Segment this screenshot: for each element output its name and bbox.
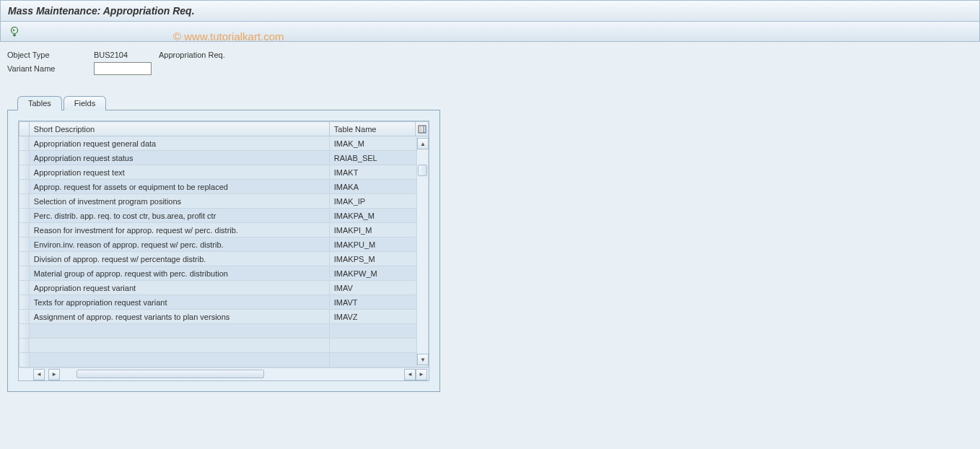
app-toolbar <box>0 22 980 42</box>
object-type-value: BUS2104 <box>94 51 152 59</box>
table-row-empty <box>19 339 429 353</box>
page-title-bar: Mass Maintenance: Appropriation Req. <box>0 0 980 22</box>
table-row[interactable]: Division of approp. request w/ percentag… <box>19 252 429 266</box>
cell-table-name[interactable]: IMAKT <box>329 165 428 180</box>
cell-table-name[interactable]: IMAKPU_M <box>329 237 428 252</box>
row-selector[interactable] <box>19 339 30 353</box>
row-selector[interactable] <box>19 266 30 281</box>
row-selector[interactable] <box>19 194 30 209</box>
row-selector-header[interactable] <box>19 122 30 136</box>
row-selector[interactable] <box>19 252 30 266</box>
table-row[interactable]: Reason for investment for approp. reques… <box>19 223 429 237</box>
tab-strip: Tables Fields <box>17 95 440 110</box>
execute-icon[interactable] <box>8 25 21 38</box>
row-selector[interactable] <box>19 136 30 151</box>
horizontal-scrollbar[interactable]: ◄ ► ◄ ► <box>19 367 429 380</box>
cell-table-name[interactable]: IMAKPI_M <box>329 223 428 237</box>
cell-table-name[interactable]: IMAK_IP <box>329 194 428 209</box>
table-row[interactable]: Assignment of approp. request variants t… <box>19 310 429 324</box>
row-selector[interactable] <box>19 324 30 339</box>
tab-fields[interactable]: Fields <box>64 96 106 110</box>
table-row[interactable]: Perc. distrib. app. req. to cost ctr, bu… <box>19 209 429 223</box>
row-selector[interactable] <box>19 165 30 180</box>
row-selector[interactable] <box>19 295 30 310</box>
row-selector[interactable] <box>19 310 30 324</box>
scroll-up-icon[interactable]: ▲ <box>417 138 429 149</box>
cell-empty <box>329 339 428 353</box>
row-selector[interactable] <box>19 223 30 237</box>
row-selector[interactable] <box>19 281 30 295</box>
scroll-right-icon[interactable]: ► <box>48 369 60 380</box>
variant-name-label: Variant Name <box>7 64 94 73</box>
cell-short-desc[interactable]: Assignment of approp. request variants t… <box>29 310 329 324</box>
variant-name-row: Variant Name <box>7 62 973 75</box>
cell-empty <box>29 324 329 339</box>
cell-short-desc[interactable]: Texts for appropriation request variant <box>29 295 329 310</box>
object-type-desc: Appropriation Req. <box>159 51 225 59</box>
cell-table-name[interactable]: IMAKPA_M <box>329 209 428 223</box>
cell-table-name[interactable]: RAIAB_SEL <box>329 151 428 165</box>
table-row[interactable]: Environ.inv. reason of approp. request w… <box>19 237 429 252</box>
cell-short-desc[interactable]: Perc. distrib. app. req. to cost ctr, bu… <box>29 209 329 223</box>
cell-short-desc[interactable]: Division of approp. request w/ percentag… <box>29 252 329 266</box>
table-row[interactable]: Appropriation request textIMAKT <box>19 165 429 180</box>
table-row[interactable]: Appropriation request statusRAIAB_SEL <box>19 151 429 165</box>
vertical-scroll-thumb[interactable] <box>418 165 427 176</box>
cell-short-desc[interactable]: Appropriation request general data <box>29 136 329 151</box>
cell-short-desc[interactable]: Material group of approp. request with p… <box>29 266 329 281</box>
tab-container: Tables Fields Short Description Table Na… <box>7 95 440 392</box>
content-area: Object Type BUS2104 Appropriation Req. V… <box>0 42 980 401</box>
scroll-left-icon[interactable]: ◄ <box>33 369 45 380</box>
col-header-short-desc[interactable]: Short Description <box>29 122 329 136</box>
cell-table-name[interactable]: IMAVZ <box>329 310 428 324</box>
variant-name-input[interactable] <box>94 62 152 75</box>
page-title: Mass Maintenance: Appropriation Req. <box>8 5 195 17</box>
object-type-row: Object Type BUS2104 Appropriation Req. <box>7 51 973 59</box>
row-selector[interactable] <box>19 353 30 367</box>
table-row-empty <box>19 324 429 339</box>
table-config-button[interactable] <box>416 122 429 136</box>
row-selector[interactable] <box>19 209 30 223</box>
cell-short-desc[interactable]: Appropriation request text <box>29 165 329 180</box>
table-row[interactable]: Texts for appropriation request variantI… <box>19 295 429 310</box>
table-row-empty <box>19 353 429 367</box>
table-row[interactable]: Appropriation request variantIMAV <box>19 281 429 295</box>
object-type-label: Object Type <box>7 51 94 59</box>
cell-table-name[interactable]: IMAVT <box>329 295 428 310</box>
cell-short-desc[interactable]: Approp. request for assets or equipment … <box>29 180 329 194</box>
config-icon <box>416 125 428 134</box>
tables-grid: Short Description Table Name <box>19 121 429 367</box>
tab-panel-tables: Short Description Table Name <box>7 110 440 392</box>
vertical-scrollbar[interactable]: ▲ ▼ <box>416 137 428 366</box>
cell-table-name[interactable]: IMAK_M <box>329 136 428 151</box>
table-row[interactable]: Material group of approp. request with p… <box>19 266 429 281</box>
svg-rect-1 <box>419 126 426 133</box>
table-row[interactable]: Selection of investment program position… <box>19 194 429 209</box>
cell-empty <box>329 324 428 339</box>
table-row[interactable]: Approp. request for assets or equipment … <box>19 180 429 194</box>
table-wrapper: Short Description Table Name <box>18 121 429 381</box>
cell-short-desc[interactable]: Appropriation request variant <box>29 281 329 295</box>
horizontal-scroll-thumb[interactable] <box>76 370 264 378</box>
cell-table-name[interactable]: IMAV <box>329 281 428 295</box>
col-header-table-name[interactable]: Table Name <box>329 122 415 136</box>
cell-table-name[interactable]: IMAKPW_M <box>329 266 428 281</box>
scroll-right-end-icon[interactable]: ► <box>416 369 427 380</box>
cell-table-name[interactable]: IMAKA <box>329 180 428 194</box>
row-selector[interactable] <box>19 151 30 165</box>
cell-empty <box>29 339 329 353</box>
scroll-down-icon[interactable]: ▼ <box>417 354 429 365</box>
table-row[interactable]: Appropriation request general dataIMAK_M <box>19 136 429 151</box>
cell-short-desc[interactable]: Selection of investment program position… <box>29 194 329 209</box>
scroll-left-end-icon[interactable]: ◄ <box>404 369 416 380</box>
cell-empty <box>29 353 329 367</box>
cell-table-name[interactable]: IMAKPS_M <box>329 252 428 266</box>
row-selector[interactable] <box>19 237 30 252</box>
cell-short-desc[interactable]: Appropriation request status <box>29 151 329 165</box>
cell-short-desc[interactable]: Reason for investment for approp. reques… <box>29 223 329 237</box>
cell-short-desc[interactable]: Environ.inv. reason of approp. request w… <box>29 237 329 252</box>
cell-empty <box>329 353 428 367</box>
tab-tables[interactable]: Tables <box>17 96 62 110</box>
row-selector[interactable] <box>19 180 30 194</box>
